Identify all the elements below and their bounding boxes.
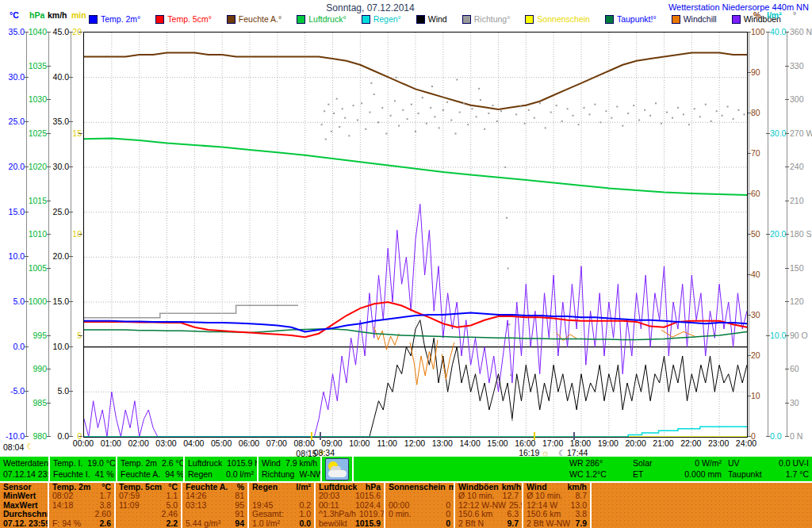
table-cell-row: 1.0 l/m²0.0	[252, 519, 311, 528]
status-line: Wetterdaten	[3, 457, 45, 469]
axis-tick-lm2	[766, 436, 770, 437]
y-tick-hpa: 1025	[18, 129, 47, 137]
y-tick-kmh: 35.0	[40, 117, 69, 125]
legend-swatch-richtung-icon	[462, 15, 471, 24]
x-tick-1200: 12:00	[404, 438, 425, 448]
series-windchill	[661, 330, 695, 337]
y-tick-deg: 180 S	[790, 230, 811, 238]
table-row-label: Durchschnitt	[3, 510, 44, 518]
axis-tick-kmh	[69, 346, 73, 347]
y-tick-lm2: 10.0	[770, 331, 786, 339]
sensor-table: SensorMinWertMaxWertDurchschnitt07.12. 2…	[0, 483, 812, 528]
axis-tick-lm2	[766, 234, 770, 235]
axis-tick-deg	[785, 66, 789, 67]
table-cell-row: ^1.3hPa/h1019.7	[319, 510, 381, 518]
axis-tick-deg	[785, 335, 789, 336]
y-tick-celsius: -5.0	[0, 387, 25, 395]
legend-label: Sonnenschein	[537, 14, 590, 24]
table-cell-row: 2.2	[119, 519, 178, 528]
cell-value: 94	[235, 519, 244, 528]
x-tick-2000: 20:00	[626, 438, 646, 448]
axis-tick-celsius	[25, 212, 29, 212]
y-tick-hpa: 1010	[18, 230, 47, 238]
status-line: WR 286°	[569, 457, 626, 469]
legend-swatch-luftdruck-icon	[297, 15, 305, 24]
axis-tick-minutes	[79, 436, 82, 437]
axis-tick-deg	[785, 201, 789, 201]
status-value: 0 W/m²	[695, 457, 722, 469]
moon-icon: ☾	[26, 442, 34, 452]
status-line: ET0.000 mm	[633, 469, 722, 480]
axis-unit-hpa: hPa	[29, 10, 44, 20]
cell-label: 150.6 km	[527, 510, 561, 518]
row-label: 07.12. 23:59	[3, 519, 49, 528]
axis-tick-kmh	[69, 212, 73, 212]
y-tick-deg: 300	[790, 95, 804, 103]
legend-swatch-regen-icon	[362, 15, 370, 24]
legend-swatch-temp-5cm-icon	[155, 15, 164, 24]
legend-label: Regen°	[373, 14, 401, 24]
y-tick-hpa: 990	[18, 365, 47, 373]
status-cell-weather	[322, 457, 354, 481]
y-tick-celsius: 30.0	[0, 73, 25, 81]
axis-tick-hpa	[47, 268, 51, 269]
status-cell-wetterdaten: Wetterdaten07.12.14 23:59	[0, 457, 50, 481]
cell-value: 3.8	[575, 510, 587, 518]
y-tick-percent: 50	[751, 230, 760, 238]
axis-tick-kmh	[69, 391, 73, 392]
status-label: 07.12.14 23:59	[3, 469, 50, 480]
cell-value: 1015.9	[355, 519, 381, 528]
table-col-header: Sonnenscheinmin	[389, 483, 450, 492]
status-line: Taupunkt1.7 °C	[728, 469, 809, 480]
x-tick-0900: 09:00	[321, 438, 342, 448]
marker-axis-tick	[534, 432, 535, 440]
status-label: ET	[633, 469, 643, 480]
cell-value: 91	[235, 510, 244, 518]
status-line: Wind7.9 km/h	[262, 457, 317, 469]
status-cell-temp-2m: Temp. 2m2.6 °CFeuchte A.94 %	[117, 457, 185, 481]
y-tick-hpa: 1030	[18, 95, 47, 103]
chart-plot-svg	[84, 33, 747, 437]
y-tick-minutes: 10	[53, 230, 82, 238]
cell-label: 14:18	[52, 501, 73, 510]
status-spacer	[354, 457, 566, 481]
y-tick-percent: 100	[751, 28, 765, 36]
status-value: 7.9 km/h	[285, 457, 317, 469]
x-tick-2400: 24:00	[736, 438, 756, 448]
status-label: Wind	[262, 457, 281, 469]
x-tick-0400: 04:00	[183, 438, 204, 448]
status-label: Temp. 2m	[121, 457, 157, 469]
cell-value: 1.0	[299, 510, 311, 518]
y-tick-deg: 60	[790, 365, 799, 373]
y-tick-deg: 90 O	[790, 331, 808, 339]
status-line: Luftdruck1015.9 hPa	[188, 457, 254, 469]
table-cell-row: 2.46	[119, 510, 178, 518]
y-tick-kmh: 25.0	[40, 208, 69, 216]
y-tick-lm2: 20.0	[770, 230, 786, 238]
y-tick-deg: 30	[790, 399, 799, 407]
y-tick-kmh: 15.0	[40, 297, 69, 305]
marker-axis-tick	[320, 432, 321, 440]
table-cell-row: 150.6 km6.3	[458, 510, 519, 518]
y-tick-hpa: 1005	[18, 264, 47, 272]
y-tick-percent: 70	[751, 149, 760, 157]
status-label: Feuchte A.	[121, 469, 160, 480]
legend-item-temp-5cm: Temp. 5cm°	[155, 14, 212, 24]
legend: Temp. 2m°Temp. 5cm°Feuchte A.°Luftdruck°…	[89, 14, 781, 24]
y-tick-deg: 120	[790, 297, 804, 305]
legend-swatch-temp-2m-icon	[89, 15, 98, 24]
legend-item-sonnenschein: Sonnenschein	[525, 14, 590, 24]
status-cell-luftdruck: Luftdruck1015.9 hPaRegen0.0 l/m²	[185, 457, 259, 481]
axis-tick-deg	[785, 301, 789, 302]
marker-axis-tick	[573, 432, 575, 440]
y-tick-percent: 90	[751, 68, 760, 76]
legend-item-temp-2m: Temp. 2m°	[89, 14, 140, 24]
axis-tick-deg	[785, 369, 789, 369]
x-tick-1500: 15:00	[487, 438, 508, 448]
legend-label: Windchill	[684, 14, 717, 24]
y-tick-lm2: 30.0	[770, 129, 786, 137]
cell-label: 1.0 l/m²	[252, 519, 280, 528]
y-tick-celsius: 0.0	[0, 342, 25, 350]
cell-label: ^1.3hPa/h	[319, 510, 356, 518]
table-cell-row: 2 Bft W-NW7.9	[527, 519, 587, 528]
